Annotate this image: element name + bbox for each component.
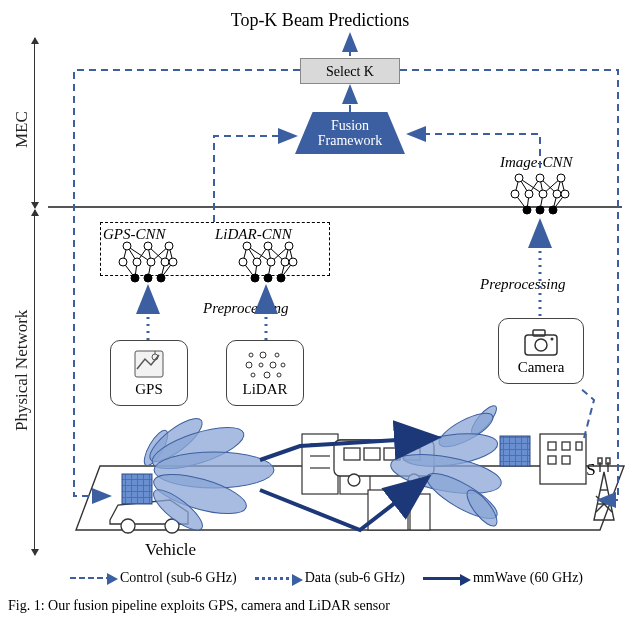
- svg-rect-98: [368, 490, 408, 530]
- axis-label-mec: MEC: [12, 80, 32, 180]
- lidar-cnn-icon: [237, 238, 299, 286]
- svg-rect-99: [410, 494, 430, 530]
- gps-sensor: GPS: [110, 340, 188, 406]
- svg-point-73: [536, 206, 544, 214]
- legend-control: Control (sub-6 GHz): [70, 570, 237, 586]
- image-cnn-label: Image-CNN: [500, 154, 573, 171]
- svg-point-108: [165, 519, 179, 533]
- fusion-line2: Framework: [318, 133, 383, 148]
- svg-point-135: [421, 466, 502, 527]
- lidar-sensor-label: LiDAR: [243, 381, 288, 398]
- svg-point-78: [260, 352, 266, 358]
- page-title: Top-K Beam Predictions: [0, 10, 640, 31]
- svg-point-14: [123, 242, 131, 250]
- svg-point-115: [148, 484, 208, 537]
- vehicle-label: Vehicle: [145, 540, 196, 560]
- svg-point-79: [275, 353, 279, 357]
- legend-data-label: Data (sub-6 GHz): [305, 570, 405, 586]
- svg-point-80: [246, 362, 252, 368]
- svg-point-64: [515, 174, 523, 182]
- svg-point-42: [239, 258, 247, 266]
- svg-point-22: [131, 274, 139, 282]
- svg-line-126: [596, 496, 612, 512]
- svg-rect-109: [122, 474, 152, 504]
- svg-point-48: [264, 274, 272, 282]
- bs-label: BS: [575, 460, 596, 480]
- svg-rect-101: [344, 448, 360, 460]
- svg-point-41: [285, 242, 293, 250]
- svg-point-67: [511, 190, 519, 198]
- svg-point-49: [277, 274, 285, 282]
- svg-point-46: [289, 258, 297, 266]
- svg-point-110: [140, 427, 172, 469]
- svg-point-21: [169, 258, 177, 266]
- svg-rect-118: [562, 442, 570, 450]
- svg-point-86: [277, 373, 281, 377]
- svg-point-71: [561, 190, 569, 198]
- svg-point-131: [468, 402, 500, 437]
- svg-point-89: [535, 339, 547, 351]
- svg-point-82: [270, 362, 276, 368]
- select-k-block: Select K: [300, 58, 400, 84]
- camera-icon: [521, 327, 561, 357]
- svg-rect-103: [384, 448, 400, 460]
- legend-control-line-icon: [70, 577, 112, 579]
- axis-label-physical: Physical Network: [12, 300, 32, 440]
- svg-point-47: [251, 274, 259, 282]
- legend-data-line-icon: [255, 577, 297, 580]
- svg-point-19: [147, 258, 155, 266]
- svg-point-39: [243, 242, 251, 250]
- image-cnn-icon: [509, 170, 571, 218]
- axis-arrow-mec: [34, 38, 35, 208]
- camera-sensor-label: Camera: [518, 359, 565, 376]
- lidar-sensor: LiDAR: [226, 340, 304, 406]
- legend-mmwave: mmWave (60 GHz): [423, 570, 583, 586]
- svg-point-70: [553, 190, 561, 198]
- svg-line-125: [596, 496, 612, 512]
- fusion-line1: Fusion: [331, 118, 369, 133]
- legend-data: Data (sub-6 GHz): [255, 570, 405, 586]
- legend-control-label: Control (sub-6 GHz): [120, 570, 237, 586]
- fusion-framework-block: Fusion Framework: [295, 112, 405, 154]
- svg-rect-129: [598, 458, 602, 464]
- svg-point-83: [281, 363, 285, 367]
- svg-point-84: [251, 373, 255, 377]
- axis-arrow-physical: [34, 210, 35, 555]
- svg-point-40: [264, 242, 272, 250]
- svg-point-106: [408, 474, 420, 486]
- svg-point-20: [161, 258, 169, 266]
- svg-point-17: [119, 258, 127, 266]
- svg-point-134: [388, 448, 504, 501]
- svg-point-43: [253, 258, 261, 266]
- svg-point-105: [348, 474, 360, 486]
- svg-point-23: [144, 274, 152, 282]
- svg-rect-104: [404, 448, 420, 460]
- svg-rect-121: [562, 456, 570, 464]
- svg-point-65: [536, 174, 544, 182]
- svg-rect-100: [334, 440, 434, 476]
- gps-icon: [133, 349, 165, 379]
- svg-rect-94: [340, 440, 370, 494]
- svg-point-74: [549, 206, 557, 214]
- preprocessing-label-lidar: Preprocessing: [203, 300, 289, 317]
- svg-rect-117: [548, 442, 556, 450]
- svg-point-18: [133, 258, 141, 266]
- svg-point-72: [523, 206, 531, 214]
- svg-point-132: [435, 407, 497, 453]
- svg-rect-93: [302, 434, 338, 494]
- svg-point-133: [400, 428, 499, 471]
- svg-point-136: [462, 486, 502, 531]
- svg-point-77: [249, 353, 253, 357]
- svg-rect-119: [576, 442, 582, 450]
- svg-point-69: [539, 190, 547, 198]
- svg-point-113: [154, 452, 274, 488]
- svg-point-111: [144, 412, 208, 469]
- svg-point-112: [148, 419, 249, 477]
- svg-point-68: [525, 190, 533, 198]
- svg-point-114: [150, 466, 251, 521]
- svg-point-16: [165, 242, 173, 250]
- scene-illustration: [0, 0, 640, 620]
- svg-point-66: [557, 174, 565, 182]
- svg-rect-130: [606, 458, 610, 464]
- svg-point-44: [267, 258, 275, 266]
